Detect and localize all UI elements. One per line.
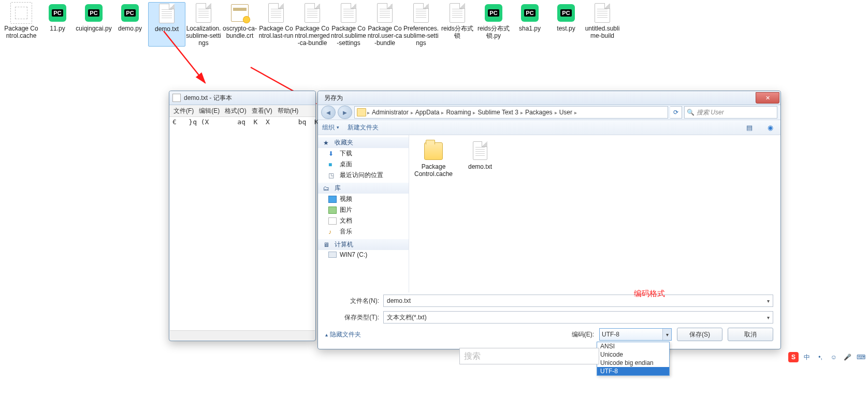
- view-mode-button[interactable]: ▤: [743, 122, 756, 133]
- nav-section-header[interactable]: 🗂库: [318, 183, 409, 194]
- menu-item[interactable]: 查看(V): [252, 107, 272, 115]
- file-list-pane[interactable]: Package Control.cachedemo.txt: [409, 135, 780, 292]
- breadcrumb[interactable]: ▸ Administrator▸AppData▸Roaming▸Sublime …: [354, 106, 668, 119]
- encoding-dropdown-list[interactable]: ANSIUnicodeUnicode big endianUTF-8: [597, 342, 670, 376]
- chevron-up-icon: ▴: [325, 332, 328, 337]
- pc-file-icon: PC: [47, 2, 68, 24]
- doc-file-icon: [446, 2, 468, 24]
- refresh-button[interactable]: ⟳: [670, 106, 682, 119]
- arrow-right-icon: ►: [342, 109, 349, 116]
- file-label: reids分布式锁.py: [475, 25, 512, 39]
- encoding-option[interactable]: ANSI: [597, 342, 669, 350]
- savetype-select[interactable]: 文本文档(*.txt) ▾: [383, 311, 773, 324]
- breadcrumb-segment[interactable]: User: [558, 109, 573, 116]
- nav-forward-button[interactable]: ►: [338, 106, 352, 119]
- notepad-menubar[interactable]: 文件(F)编辑(E)格式(O)查看(V)帮助(H): [169, 105, 315, 117]
- menu-item[interactable]: 格式(O): [225, 107, 246, 115]
- menu-item[interactable]: 文件(F): [173, 107, 194, 115]
- cache-file-icon: [10, 2, 32, 24]
- save-button[interactable]: 保存(S): [677, 328, 722, 341]
- ime-mic-button[interactable]: 🎤: [842, 352, 852, 362]
- breadcrumb-segment[interactable]: Sublime Text 3: [476, 109, 519, 116]
- nav-item[interactable]: ⬇下载: [318, 148, 409, 159]
- desktop-file-item[interactable]: oscrypto-ca-bundle.crt: [222, 2, 258, 47]
- save-as-dialog: 另存为 ✕ ◄ ► ▸ Administrator▸AppData▸Roamin…: [317, 91, 781, 349]
- nav-item[interactable]: 文档: [318, 215, 409, 226]
- ime-punct-button[interactable]: •,: [815, 352, 826, 362]
- pc-file-icon: PC: [83, 2, 105, 24]
- file-label: reids分布式锁: [439, 25, 475, 39]
- file-pane-item[interactable]: Package Control.cache: [415, 140, 452, 178]
- desktop-file-item[interactable]: Package Control.last-run: [258, 2, 294, 47]
- organize-menu[interactable]: 组织 ▾: [322, 123, 339, 132]
- chevron-right-icon: ▸: [574, 110, 577, 115]
- file-label: Package Control.sublime-settings: [330, 25, 367, 47]
- nav-item-label: 文档: [340, 216, 352, 225]
- desktop-file-item[interactable]: PCreids分布式锁.py: [475, 2, 512, 47]
- nav-item[interactable]: WIN7 (C:): [318, 250, 409, 259]
- saveas-titlebar[interactable]: 另存为 ✕: [318, 91, 780, 105]
- menu-item[interactable]: 编辑(E): [199, 107, 220, 115]
- desktop-file-item[interactable]: PCcuiqingcai.py: [76, 2, 112, 47]
- breadcrumb-segment[interactable]: AppData: [414, 109, 441, 116]
- encoding-option[interactable]: Unicode big endian: [597, 359, 669, 367]
- desktop-file-item[interactable]: demo.txt: [148, 2, 185, 47]
- encoding-option[interactable]: Unicode: [597, 350, 669, 359]
- encoding-select[interactable]: UTF-8 ▾: [599, 328, 672, 341]
- desktop-file-item[interactable]: Package Control.user-ca-bundle: [367, 2, 403, 47]
- file-label: test.py: [557, 25, 575, 32]
- notepad-text-area[interactable]: € }q (X aq K X bq K u.: [169, 117, 315, 127]
- desktop-file-item[interactable]: reids分布式锁: [439, 2, 475, 47]
- filename-label: 文件名(N):: [325, 297, 383, 305]
- doc-file-icon: [410, 2, 432, 24]
- address-bar-row: ◄ ► ▸ Administrator▸AppData▸Roaming▸Subl…: [318, 105, 780, 120]
- nav-section-header[interactable]: ★收藏夹: [318, 137, 409, 148]
- nav-item[interactable]: ◳最近访问的位置: [318, 170, 409, 181]
- desktop-file-item[interactable]: Package Control.merged-ca-bundle: [294, 2, 330, 47]
- desktop-file-item[interactable]: PCsha1.py: [512, 2, 548, 47]
- desktop-file-item[interactable]: PC11.py: [39, 2, 76, 47]
- desktop-file-item[interactable]: PCtest.py: [548, 2, 584, 47]
- nav-section-header[interactable]: 🖥计算机: [318, 239, 409, 250]
- ime-emoji-button[interactable]: ☺: [829, 352, 839, 362]
- search-input[interactable]: 🔍 搜索 User: [684, 106, 777, 119]
- breadcrumb-segment[interactable]: Administrator: [371, 109, 410, 116]
- desktop-file-item[interactable]: PCdemo.py: [112, 2, 148, 47]
- desktop-file-item[interactable]: Package Control.cache: [3, 2, 39, 47]
- nav-item-label: WIN7 (C:): [340, 251, 367, 258]
- chevron-right-icon: ▸: [367, 110, 370, 115]
- file-label: Package Control.user-ca-bundle: [367, 25, 403, 47]
- desktop-file-item[interactable]: Preferences.sublime-settings: [403, 2, 439, 47]
- search-placeholder: 搜索 User: [697, 108, 724, 117]
- ime-language-button[interactable]: 中: [802, 352, 812, 362]
- ime-softkeyboard-button[interactable]: ⌨: [856, 352, 866, 362]
- hide-folders-link[interactable]: ▴ 隐藏文件夹: [325, 330, 361, 339]
- sogou-ime-icon[interactable]: S: [788, 352, 799, 362]
- breadcrumb-segment[interactable]: Packages: [524, 109, 554, 116]
- cancel-button[interactable]: 取消: [728, 328, 773, 341]
- encoding-option[interactable]: UTF-8: [597, 367, 669, 375]
- docf-icon: [328, 217, 337, 225]
- nav-item[interactable]: 视频: [318, 194, 409, 204]
- nav-back-button[interactable]: ◄: [321, 106, 336, 119]
- notepad-titlebar[interactable]: demo.txt - 记事本: [169, 91, 315, 105]
- desktop-file-item[interactable]: untitled.sublime-build: [584, 2, 620, 47]
- desktop-file-item[interactable]: Package Control.sublime-settings: [330, 2, 367, 47]
- breadcrumb-segment[interactable]: Roaming: [445, 109, 472, 116]
- help-button[interactable]: ◉: [764, 122, 776, 133]
- nav-item[interactable]: ■桌面: [318, 159, 409, 170]
- menu-item[interactable]: 帮助(H): [278, 107, 299, 115]
- new-folder-button[interactable]: 新建文件夹: [348, 123, 379, 132]
- chevron-down-icon: ▾: [337, 125, 339, 130]
- close-button[interactable]: ✕: [756, 92, 779, 104]
- nav-item[interactable]: ♪音乐: [318, 226, 409, 237]
- file-label: oscrypto-ca-bundle.crt: [222, 25, 258, 39]
- doc-file-icon: [156, 3, 178, 24]
- mus-icon: ♪: [328, 228, 337, 236]
- nav-item[interactable]: 图片: [318, 204, 409, 215]
- filename-input[interactable]: demo.txt ▾: [383, 295, 773, 307]
- desktop-file-item[interactable]: Localization.sublime-settings: [185, 2, 222, 47]
- file-pane-item[interactable]: demo.txt: [462, 140, 498, 170]
- navigation-pane[interactable]: ★收藏夹⬇下载■桌面◳最近访问的位置🗂库视频图片文档♪音乐🖥计算机WIN7 (C…: [318, 135, 409, 292]
- bottom-search-input[interactable]: 搜索: [459, 348, 599, 364]
